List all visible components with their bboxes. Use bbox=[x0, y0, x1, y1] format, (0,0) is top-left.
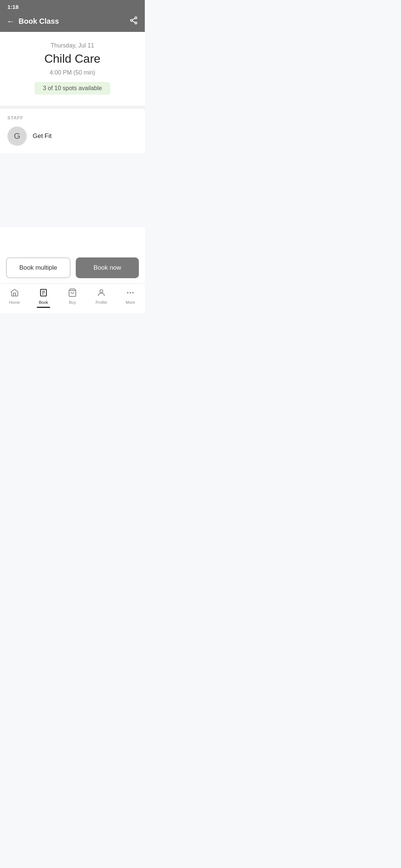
section-divider bbox=[0, 106, 145, 109]
page-header: ← Book Class bbox=[0, 12, 145, 32]
tab-book[interactable]: Book bbox=[29, 287, 58, 309]
book-now-button[interactable]: Book now bbox=[76, 257, 139, 278]
main-content: Thursday, Jul 11 Child Care 4:00 PM (50 … bbox=[0, 32, 145, 252]
tab-profile-label: Profile bbox=[95, 300, 107, 305]
class-time: 4:00 PM (50 min) bbox=[7, 69, 137, 76]
svg-point-1 bbox=[131, 20, 133, 22]
staff-item: G Get Fit bbox=[7, 126, 137, 146]
tab-more[interactable]: More bbox=[116, 287, 145, 306]
svg-line-3 bbox=[132, 18, 135, 20]
tab-book-indicator bbox=[37, 307, 50, 308]
buy-icon bbox=[68, 288, 77, 299]
svg-point-0 bbox=[135, 17, 137, 19]
svg-point-2 bbox=[135, 22, 137, 24]
tab-more-label: More bbox=[125, 300, 135, 305]
tab-home-label: Home bbox=[9, 300, 20, 305]
class-name: Child Care bbox=[7, 52, 137, 66]
svg-rect-5 bbox=[13, 293, 16, 296]
staff-initial: G bbox=[14, 131, 20, 141]
status-bar: 1:18 bbox=[0, 0, 145, 12]
home-icon bbox=[10, 288, 19, 299]
class-info-section: Thursday, Jul 11 Child Care 4:00 PM (50 … bbox=[0, 32, 145, 106]
status-time: 1:18 bbox=[7, 4, 19, 10]
class-date: Thursday, Jul 11 bbox=[7, 42, 137, 49]
back-button[interactable]: ← Book Class bbox=[7, 17, 59, 26]
book-multiple-button[interactable]: Book multiple bbox=[6, 257, 71, 278]
tab-book-label: Book bbox=[39, 300, 48, 305]
tab-home[interactable]: Home bbox=[0, 287, 29, 306]
tab-profile[interactable]: Profile bbox=[87, 287, 116, 306]
svg-point-13 bbox=[130, 292, 131, 293]
svg-line-4 bbox=[132, 21, 135, 23]
book-icon bbox=[39, 288, 48, 299]
staff-name: Get Fit bbox=[33, 132, 52, 140]
spots-badge: 3 of 10 spots available bbox=[35, 82, 110, 95]
content-spacer bbox=[0, 153, 145, 227]
staff-avatar: G bbox=[7, 126, 27, 146]
tab-bar: Home Book bbox=[0, 283, 145, 313]
bottom-buttons: Book multiple Book now bbox=[0, 252, 145, 283]
profile-icon bbox=[97, 288, 106, 299]
svg-point-14 bbox=[132, 292, 134, 293]
back-icon: ← bbox=[7, 17, 15, 26]
staff-section: STAFF G Get Fit bbox=[0, 109, 145, 153]
more-icon bbox=[126, 288, 135, 299]
tab-buy[interactable]: Buy bbox=[58, 287, 87, 306]
header-title: Book Class bbox=[19, 17, 59, 26]
staff-label: STAFF bbox=[7, 115, 137, 121]
share-icon[interactable] bbox=[129, 16, 138, 27]
svg-point-12 bbox=[127, 292, 128, 293]
tab-buy-label: Buy bbox=[69, 300, 76, 305]
svg-point-11 bbox=[100, 290, 103, 293]
